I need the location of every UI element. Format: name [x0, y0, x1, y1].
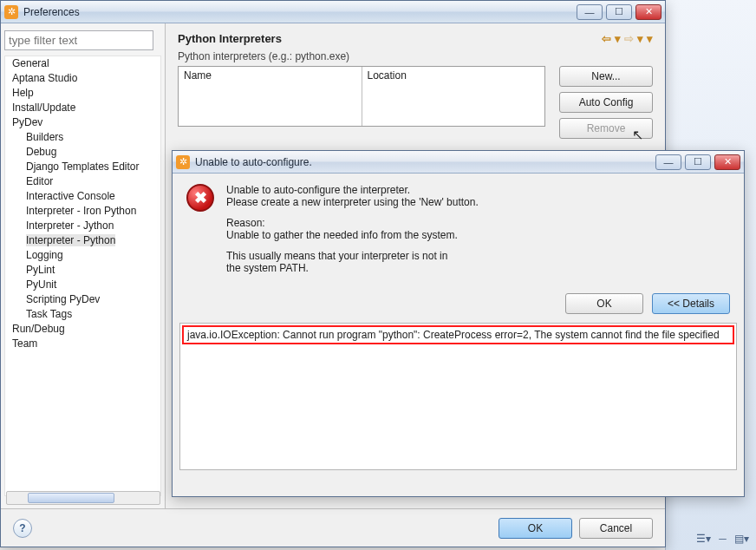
tree-item-console[interactable]: Interactive Console — [26, 189, 160, 204]
tree-item-pydev[interactable]: PyDev Builders Debug Django Templates Ed… — [12, 115, 160, 322]
forward-icon[interactable]: ⇨ — [624, 32, 634, 45]
gear-icon: ✲ — [176, 155, 190, 169]
tree-hscroll[interactable] — [6, 491, 160, 505]
tree-item-general[interactable]: General — [12, 56, 160, 71]
preferences-tree[interactable]: General Aptana Studio Help Install/Updat… — [4, 56, 161, 496]
tree-item-scripting[interactable]: Scripting PyDev — [26, 292, 160, 307]
filter-input[interactable] — [4, 30, 153, 50]
error-title: Unable to auto-configure. — [195, 156, 655, 168]
subheading: Python interpreters (e.g.: python.exe) — [178, 50, 653, 62]
maximize-button[interactable]: ☐ — [606, 4, 632, 20]
gear-icon: ✲ — [4, 5, 18, 19]
error-icon: ✖ — [186, 184, 214, 212]
error-titlebar[interactable]: ✲ Unable to auto-configure. — ☐ ✕ — [173, 151, 744, 174]
close-button[interactable]: ✕ — [635, 4, 662, 20]
back-icon[interactable]: ⇦ — [602, 32, 611, 45]
tree-item-python[interactable]: Interpreter - Python — [26, 233, 160, 248]
tree-item-help[interactable]: Help — [12, 86, 160, 101]
interpreter-table[interactable]: Name Location — [178, 66, 545, 127]
error-message: Unable to auto-configure the interpreter… — [226, 184, 479, 283]
list-icon[interactable]: ▤▾ — [734, 533, 749, 545]
col-location[interactable]: Location — [362, 67, 545, 126]
tree-item-aptana[interactable]: Aptana Studio — [12, 71, 160, 86]
new-button[interactable]: New... — [559, 66, 653, 87]
exception-row[interactable]: java.io.IOException: Cannot run program … — [182, 325, 734, 344]
side-toolbar: ☰▾ ─ ▤▾ — [691, 533, 749, 545]
err-close-button[interactable]: ✕ — [714, 154, 740, 170]
ok-button[interactable]: OK — [499, 518, 572, 539]
minimize-button[interactable]: — — [577, 4, 603, 20]
tree-item-pyunit[interactable]: PyUnit — [26, 278, 160, 292]
tree-icon[interactable]: ☰▾ — [696, 533, 711, 545]
dialog-button-bar: ? OK Cancel — [1, 508, 665, 547]
tree-item-logging[interactable]: Logging — [26, 248, 160, 263]
tree-item-team[interactable]: Team — [12, 337, 160, 351]
auto-config-button[interactable]: Auto Config — [559, 92, 653, 113]
tree-pane: General Aptana Studio Help Install/Updat… — [1, 23, 166, 508]
minimize-icon[interactable]: ─ — [719, 533, 727, 545]
tree-item-tasktags[interactable]: Task Tags — [26, 307, 160, 322]
err-minimize-button[interactable]: — — [655, 154, 681, 170]
history-nav: ⇦▾ ⇨▾ ▾ — [602, 32, 653, 45]
details-button[interactable]: << Details — [652, 293, 730, 314]
window-title: Preferences — [23, 6, 577, 18]
tree-item-builders[interactable]: Builders — [26, 130, 160, 145]
forward-menu-icon[interactable]: ▾ — [637, 32, 643, 45]
tree-item-editor[interactable]: Editor — [26, 174, 160, 189]
tree-item-debug[interactable]: Debug — [26, 145, 160, 160]
details-pane[interactable]: java.io.IOException: Cannot run program … — [179, 323, 737, 470]
preferences-titlebar[interactable]: ✲ Preferences — ☐ ✕ — [1, 1, 665, 23]
menu-icon[interactable]: ▾ — [647, 32, 653, 45]
tree-item-jython[interactable]: Interpreter - Jython — [26, 219, 160, 233]
tree-item-iron[interactable]: Interpreter - Iron Python — [26, 204, 160, 219]
tree-item-rundebug[interactable]: Run/Debug — [12, 322, 160, 337]
help-icon[interactable]: ? — [13, 519, 32, 538]
page-title: Python Interpreters — [178, 32, 282, 45]
err-maximize-button[interactable]: ☐ — [685, 154, 711, 170]
cancel-button[interactable]: Cancel — [579, 518, 653, 539]
tree-item-pylint[interactable]: PyLint — [26, 263, 160, 278]
back-menu-icon[interactable]: ▾ — [615, 32, 621, 45]
remove-button[interactable]: Remove — [559, 118, 653, 139]
tree-item-django[interactable]: Django Templates Editor — [26, 160, 160, 174]
tree-item-install[interactable]: Install/Update — [12, 101, 160, 115]
col-name[interactable]: Name — [179, 67, 362, 126]
scroll-thumb[interactable] — [28, 493, 114, 503]
error-ok-button[interactable]: OK — [565, 293, 643, 314]
error-dialog: ✲ Unable to auto-configure. — ☐ ✕ ✖ Unab… — [172, 150, 745, 497]
exception-text: java.io.IOException: Cannot run program … — [187, 329, 720, 341]
